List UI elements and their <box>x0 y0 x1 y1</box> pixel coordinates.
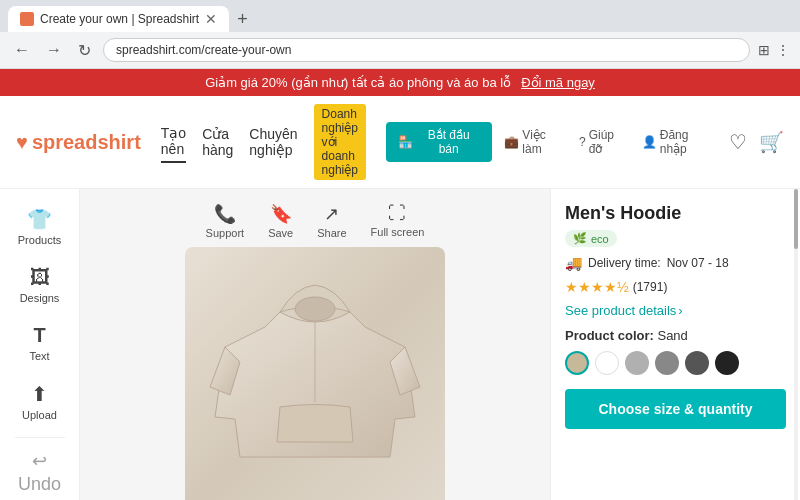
upload-label: Upload <box>22 409 57 421</box>
logo-text: spreadshirt <box>32 131 141 154</box>
color-swatches <box>565 351 786 375</box>
save-label: Save <box>268 227 293 239</box>
scrollbar-thumb[interactable] <box>794 189 798 249</box>
fullscreen-tool[interactable]: ⛶ Full screen <box>371 203 425 239</box>
hoodie-svg <box>205 257 425 500</box>
delivery-dates: Nov 07 - 18 <box>667 256 729 270</box>
help-link[interactable]: ? Giúp đỡ <box>579 128 630 156</box>
promo-cta[interactable]: Đổi mã ngay <box>521 75 595 90</box>
eco-label: eco <box>591 233 609 245</box>
chevron-right-icon: › <box>678 303 682 318</box>
store-icon: 🏪 <box>398 135 413 149</box>
forward-button[interactable]: → <box>42 39 66 61</box>
hoodie-preview <box>185 247 445 500</box>
share-icon: ↗ <box>324 203 339 225</box>
share-tool[interactable]: ↗ Share <box>317 203 346 239</box>
jobs-link[interactable]: 💼 Việc làm <box>504 128 567 156</box>
swatch-sand[interactable] <box>565 351 589 375</box>
wishlist-button[interactable]: ♡ <box>729 130 747 154</box>
undo-icon: ↩ <box>32 450 47 472</box>
address-bar: ← → ↻ spreadshirt.com/create-your-own ⊞ … <box>0 32 800 68</box>
tab-close-button[interactable]: ✕ <box>205 11 217 27</box>
browser-icons: ⊞ ⋮ <box>758 42 790 58</box>
translate-button[interactable]: ⊞ <box>758 42 770 58</box>
briefcase-icon: 💼 <box>504 135 519 149</box>
promo-text: Giảm giá 20% (gần như) tất cả áo phông v… <box>205 75 511 90</box>
undo-button[interactable]: ↩ Undo <box>14 446 65 499</box>
support-tool[interactable]: 📞 Support <box>206 203 245 239</box>
header-actions: 🏪 Bắt đầu bán 💼 Việc làm ? Giúp đỡ 👤 Đăn… <box>386 122 784 162</box>
delivery-row: 🚚 Delivery time: Nov 07 - 18 <box>565 255 786 271</box>
login-link[interactable]: 👤 Đăng nhập <box>642 128 717 156</box>
products-icon: 👕 <box>27 207 52 231</box>
nav-business-highlight[interactable]: Doanh nghiệp với doanh nghiệp <box>314 104 366 180</box>
text-label: Text <box>29 350 49 362</box>
browser-chrome: Create your own | Spreadshirt ✕ + ← → ↻ … <box>0 0 800 69</box>
leaf-icon: 🌿 <box>573 232 587 245</box>
swatch-lightgray[interactable] <box>625 351 649 375</box>
star-rating: ★★★★½ <box>565 279 629 295</box>
nav-create[interactable]: Tạo nên <box>161 121 186 163</box>
nav-professional[interactable]: Chuyên nghiệp <box>249 122 297 162</box>
cart-button[interactable]: 🛒 <box>759 130 784 154</box>
tool-text[interactable]: T Text <box>5 316 75 370</box>
save-icon: 🔖 <box>270 203 292 225</box>
active-tab[interactable]: Create your own | Spreadshirt ✕ <box>8 6 229 32</box>
start-selling-button[interactable]: 🏪 Bắt đầu bán <box>386 122 492 162</box>
canvas-toolbar: 📞 Support 🔖 Save ↗ Share ⛶ Full screen <box>206 199 425 247</box>
scrollbar-track <box>794 189 798 500</box>
tab-favicon <box>20 12 34 26</box>
url-bar[interactable]: spreadshirt.com/create-your-own <box>103 38 750 62</box>
undo-label: Undo <box>18 474 61 495</box>
app-layout: 👕 Products 🖼 Designs T Text ⬆ Upload ↩ U… <box>0 189 800 500</box>
fullscreen-icon: ⛶ <box>388 203 406 224</box>
choose-size-button[interactable]: Choose size & quantity <box>565 389 786 429</box>
tab-bar: Create your own | Spreadshirt ✕ + <box>0 0 800 32</box>
delivery-label: Delivery time: <box>588 256 661 270</box>
panel-content: Men's Hoodie 🌿 eco 🚚 Delivery time: Nov … <box>551 189 800 500</box>
start-selling-label: Bắt đầu bán <box>417 128 480 156</box>
product-panel: Men's Hoodie 🌿 eco 🚚 Delivery time: Nov … <box>550 189 800 500</box>
tool-designs[interactable]: 🖼 Designs <box>5 258 75 312</box>
swatch-black[interactable] <box>715 351 739 375</box>
product-title: Men's Hoodie <box>565 203 786 224</box>
color-value: Sand <box>657 328 687 343</box>
color-label-text: Product color: <box>565 328 654 343</box>
delivery-icon: 🚚 <box>565 255 582 271</box>
new-tab-button[interactable]: + <box>233 9 252 30</box>
fullscreen-label: Full screen <box>371 226 425 238</box>
see-details-link[interactable]: See product details › <box>565 303 786 318</box>
person-icon: 👤 <box>642 135 657 149</box>
sidebar-divider <box>15 437 65 438</box>
question-icon: ? <box>579 135 586 149</box>
swatch-gray[interactable] <box>655 351 679 375</box>
settings-button[interactable]: ⋮ <box>776 42 790 58</box>
main-nav: Tạo nên Cửa hàng Chuyên nghiệp Doanh ngh… <box>161 104 366 180</box>
tool-upload[interactable]: ⬆ Upload <box>5 374 75 429</box>
text-icon: T <box>33 324 45 347</box>
back-button[interactable]: ← <box>10 39 34 61</box>
site-logo[interactable]: ♥ spreadshirt <box>16 131 141 154</box>
tab-title: Create your own | Spreadshirt <box>40 12 199 26</box>
color-label: Product color: Sand <box>565 328 786 343</box>
nav-store[interactable]: Cửa hàng <box>202 122 233 162</box>
site-header: ♥ spreadshirt Tạo nên Cửa hàng Chuyên ng… <box>0 96 800 189</box>
swatch-white[interactable] <box>595 351 619 375</box>
save-tool[interactable]: 🔖 Save <box>268 203 293 239</box>
designs-label: Designs <box>20 292 60 304</box>
tool-sidebar: 👕 Products 🖼 Designs T Text ⬆ Upload ↩ U… <box>0 189 80 500</box>
upload-icon: ⬆ <box>31 382 48 406</box>
share-label: Share <box>317 227 346 239</box>
tool-products[interactable]: 👕 Products <box>5 199 75 254</box>
svg-point-1 <box>295 297 335 321</box>
rating-row: ★★★★½ (1791) <box>565 279 786 295</box>
swatch-darkgray[interactable] <box>685 351 709 375</box>
product-image-main <box>185 247 445 500</box>
eco-badge: 🌿 eco <box>565 230 617 247</box>
see-details-text: See product details <box>565 303 676 318</box>
support-icon: 📞 <box>214 203 236 225</box>
refresh-button[interactable]: ↻ <box>74 39 95 62</box>
designs-icon: 🖼 <box>30 266 50 289</box>
canvas-area: 📞 Support 🔖 Save ↗ Share ⛶ Full screen <box>80 189 550 500</box>
rating-count: (1791) <box>633 280 668 294</box>
